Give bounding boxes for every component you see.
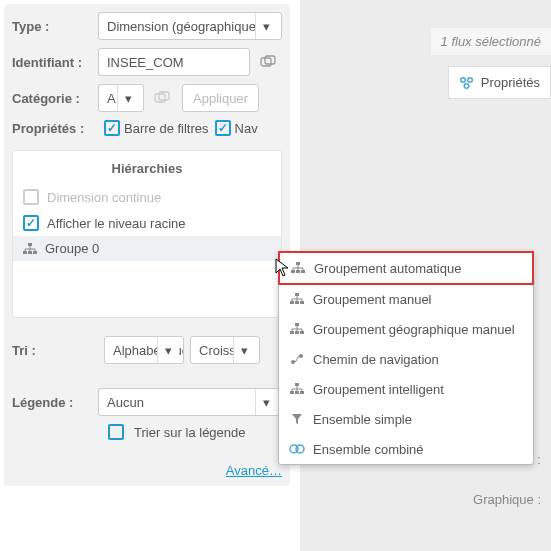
cat-select[interactable]: A ▾ (98, 84, 144, 112)
svg-rect-5 (155, 94, 165, 102)
svg-rect-9 (28, 251, 32, 254)
menu-label: Groupement intelligent (313, 382, 444, 397)
left-panel: Type : Dimension (géographique) ▾ Identi… (4, 4, 290, 486)
legend-value: Aucun (107, 395, 144, 410)
menu-label: Ensemble simple (313, 412, 412, 427)
svg-point-0 (460, 77, 465, 82)
chevron-down-icon: ▾ (233, 337, 255, 363)
hierarchy-icon (290, 260, 306, 276)
svg-rect-22 (295, 331, 299, 334)
svg-rect-21 (290, 331, 294, 334)
menu-label: Groupement manuel (313, 292, 432, 307)
svg-rect-23 (300, 331, 304, 334)
svg-rect-18 (295, 301, 299, 304)
type-select[interactable]: Dimension (géographique) ▾ (98, 12, 282, 40)
dim-continue-row[interactable]: Dimension continue (13, 184, 281, 210)
svg-rect-13 (291, 270, 295, 273)
svg-point-1 (467, 77, 472, 82)
funnel-icon (289, 411, 305, 427)
nav-label: Nav (235, 121, 258, 136)
svg-rect-10 (33, 251, 37, 254)
svg-rect-27 (290, 391, 294, 394)
svg-rect-16 (295, 293, 299, 296)
props-label: Propriétés : (12, 121, 98, 136)
svg-rect-28 (295, 391, 299, 394)
menu-label: Groupement automatique (314, 261, 461, 276)
svg-rect-29 (300, 391, 304, 394)
venn-icon (289, 441, 305, 457)
menu-label: Ensemble combiné (313, 442, 424, 457)
svg-rect-6 (159, 92, 169, 100)
menu-smart-grouping[interactable]: Groupement intelligent (279, 374, 533, 404)
id-label: Identifiant : (12, 55, 98, 70)
group-row[interactable]: Groupe 0 (13, 236, 281, 261)
grouping-menu: Groupement automatique Groupement manuel… (278, 251, 534, 465)
id-value: INSEE_COM (107, 55, 184, 70)
hierarchies-title: Hiérarchies (13, 157, 281, 184)
hierarchy-icon (289, 291, 305, 307)
svg-rect-7 (28, 243, 32, 246)
dim-continue-label: Dimension continue (47, 190, 161, 205)
show-root-label: Afficher le niveau racine (47, 216, 186, 231)
legend-sort-checkbox[interactable]: Trier sur la légende (108, 424, 246, 440)
id-extra-icon[interactable] (254, 48, 282, 76)
sort-label: Tri : (12, 343, 98, 358)
advanced-link[interactable]: Avancé… (226, 463, 282, 478)
hierarchy-icon (23, 243, 37, 255)
path-icon (289, 351, 305, 367)
menu-simple-set[interactable]: Ensemble simple (279, 404, 533, 434)
svg-point-2 (464, 83, 469, 88)
legend-select[interactable]: Aucun ▾ (98, 388, 282, 416)
menu-combined-set[interactable]: Ensemble combiné (279, 434, 533, 464)
sort-order-select[interactable]: Alphabétique ▾ (104, 336, 184, 364)
svg-rect-12 (296, 262, 300, 265)
apply-button[interactable]: Appliquer (182, 84, 259, 112)
chevron-down-icon: ▾ (117, 85, 139, 111)
cat-value: A (107, 91, 116, 106)
svg-rect-15 (301, 270, 305, 273)
id-input[interactable]: INSEE_COM (98, 48, 250, 76)
filterbar-checkbox[interactable]: Barre de filtres (104, 120, 209, 136)
checkbox-off-icon (23, 189, 39, 205)
legend-sort-label: Trier sur la légende (134, 425, 246, 440)
svg-point-31 (296, 445, 304, 453)
sort-dir-select[interactable]: Croissant ▾ (190, 336, 260, 364)
menu-geo-grouping[interactable]: Groupement géographique manuel (279, 314, 533, 344)
svg-rect-3 (261, 58, 271, 66)
svg-rect-20 (295, 323, 299, 326)
hierarchies-section: Hiérarchies Dimension continue Afficher … (12, 150, 282, 318)
flow-status: 1 flux sélectionné (431, 28, 551, 55)
menu-nav-path[interactable]: Chemin de navigation (279, 344, 533, 374)
chevron-down-icon: ▾ (255, 389, 277, 415)
type-label: Type : (12, 19, 98, 34)
svg-rect-4 (265, 56, 275, 64)
svg-rect-26 (295, 383, 299, 386)
properties-button[interactable]: Propriétés (448, 66, 551, 99)
filterbar-label: Barre de filtres (124, 121, 209, 136)
svg-rect-8 (23, 251, 27, 254)
properties-label: Propriétés (481, 75, 540, 90)
hierarchy-icon (289, 321, 305, 337)
checkbox-on-icon (23, 215, 39, 231)
hierarchy-icon (289, 381, 305, 397)
chevron-down-icon: ▾ (157, 337, 179, 363)
svg-rect-19 (300, 301, 304, 304)
menu-label: Chemin de navigation (313, 352, 439, 367)
chart-label: Graphique : (463, 488, 551, 511)
cat-label: Catégorie : (12, 91, 98, 106)
check-icon (215, 120, 231, 136)
type-value: Dimension (géographique) (107, 19, 260, 34)
check-icon (104, 120, 120, 136)
cat-extra-icon[interactable] (148, 84, 176, 112)
svg-rect-14 (296, 270, 300, 273)
legend-label: Légende : (12, 395, 98, 410)
gear-icon (459, 76, 475, 90)
menu-manual-grouping[interactable]: Groupement manuel (279, 284, 533, 314)
chevron-down-icon: ▾ (255, 13, 277, 39)
svg-rect-17 (290, 301, 294, 304)
nav-checkbox[interactable]: Nav (215, 120, 258, 136)
menu-auto-grouping[interactable]: Groupement automatique (278, 251, 534, 285)
show-root-row[interactable]: Afficher le niveau racine (13, 210, 281, 236)
checkbox-off-icon (108, 424, 124, 440)
menu-label: Groupement géographique manuel (313, 322, 515, 337)
